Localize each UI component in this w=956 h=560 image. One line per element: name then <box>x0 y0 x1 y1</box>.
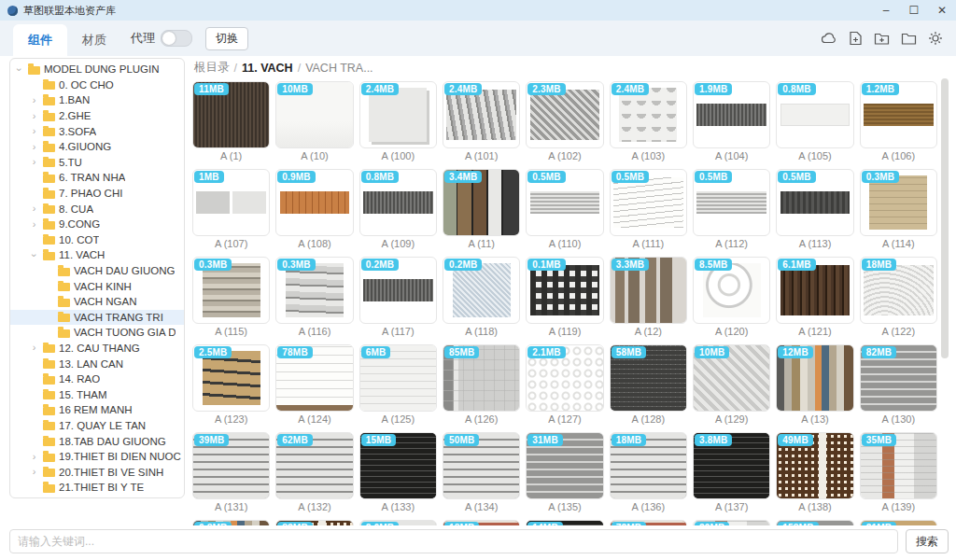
asset-thumbnail[interactable]: 11MB <box>192 81 270 148</box>
asset-thumbnail[interactable]: 1.2MB <box>860 81 937 148</box>
tree-item[interactable]: 0. OC CHO <box>10 77 184 93</box>
settings-icon[interactable] <box>928 31 943 46</box>
tree-item[interactable]: 15. THAM <box>10 386 184 402</box>
asset-thumbnail[interactable]: 2.4MB <box>443 81 520 148</box>
chevron-right-icon[interactable]: › <box>29 126 39 136</box>
asset-thumbnail[interactable]: 35MB <box>860 432 937 499</box>
asset-thumbnail[interactable]: 3.3MB <box>610 257 687 324</box>
asset-item[interactable]: 62MBA (132) <box>275 432 353 514</box>
asset-item[interactable]: 2.1MBA (127) <box>526 344 603 427</box>
asset-item[interactable]: 3.8MBA (137) <box>693 432 770 514</box>
asset-item[interactable]: 3.4MBA (11) <box>443 169 520 251</box>
tree-item[interactable]: VACH TRANG TRI <box>10 310 184 326</box>
asset-thumbnail[interactable]: 0.8MB <box>776 81 853 148</box>
asset-thumbnail[interactable]: 2.1MB <box>526 344 603 412</box>
asset-item[interactable]: 0.3MBA (115) <box>192 257 270 339</box>
asset-item[interactable]: 0.5MBA (112) <box>693 169 770 251</box>
asset-item[interactable]: 0.5MBA (113) <box>776 169 853 251</box>
asset-item[interactable]: 0.8MBA (109) <box>359 169 437 251</box>
asset-thumbnail[interactable]: 18MB <box>860 257 937 324</box>
tree-item[interactable]: ›1.BAN <box>10 92 184 108</box>
asset-thumbnail[interactable]: 31MB <box>860 520 937 525</box>
asset-thumbnail[interactable]: 18MB <box>610 432 687 499</box>
chevron-right-icon[interactable]: › <box>29 219 39 230</box>
asset-item[interactable]: 0.2MBA (118) <box>443 257 520 339</box>
asset-item[interactable]: 39MBA (131) <box>192 432 270 514</box>
asset-thumbnail[interactable]: 2.6MB <box>359 520 437 525</box>
asset-thumbnail[interactable]: 3.4MB <box>443 169 520 236</box>
tree-item[interactable]: 17. QUAY LE TAN <box>10 418 184 434</box>
tree-item[interactable]: 21.THIET BI Y TE <box>10 480 184 496</box>
asset-item[interactable]: 0.8MB <box>192 520 270 525</box>
tree-item[interactable]: ›19.THIET BI DIEN NUOC <box>10 449 184 465</box>
asset-item[interactable]: 18MB <box>443 520 520 525</box>
asset-item[interactable]: 12MBA (13) <box>776 344 853 427</box>
minimize-button[interactable]: – <box>872 0 900 21</box>
tree-item[interactable]: ›9.CONG <box>10 217 184 232</box>
tab-components[interactable]: 组件 <box>13 24 67 56</box>
tree-item[interactable]: VACH DAU GIUONG <box>10 263 184 279</box>
asset-thumbnail[interactable]: 2.3MB <box>526 81 603 148</box>
chevron-down-icon[interactable]: › <box>14 64 24 75</box>
asset-item[interactable]: 6.1MBA (121) <box>776 257 853 339</box>
tree-item[interactable]: VACH TUONG GIA D <box>10 325 184 341</box>
asset-thumbnail[interactable]: 0.2MB <box>443 257 520 324</box>
asset-thumbnail[interactable]: 14MB <box>526 520 603 525</box>
asset-thumbnail[interactable]: 1MB <box>192 169 270 236</box>
asset-thumbnail[interactable]: 3.8MB <box>693 432 770 499</box>
asset-thumbnail[interactable]: 2.4MB <box>610 81 687 148</box>
asset-item[interactable]: 8.5MBA (120) <box>693 257 770 339</box>
asset-item[interactable]: 2.4MBA (103) <box>610 81 687 163</box>
chevron-right-icon[interactable]: › <box>29 203 39 214</box>
asset-thumbnail[interactable]: 6.1MB <box>776 257 853 324</box>
switch-button[interactable]: 切换 <box>205 27 248 50</box>
asset-thumbnail[interactable]: 58MB <box>610 344 687 412</box>
search-input[interactable] <box>9 529 898 553</box>
asset-item[interactable]: 1MBA (107) <box>192 169 270 251</box>
asset-item[interactable]: 39MB <box>693 520 770 525</box>
asset-thumbnail[interactable]: 8.5MB <box>693 257 770 324</box>
asset-thumbnail[interactable]: 6MB <box>359 344 437 412</box>
asset-item[interactable]: 72MB <box>610 520 687 525</box>
asset-item[interactable]: 18MBA (136) <box>610 432 687 514</box>
vertical-scrollbar[interactable] <box>941 78 949 358</box>
asset-item[interactable]: 50MBA (134) <box>443 432 520 514</box>
asset-item[interactable]: 18MBA (122) <box>860 257 937 339</box>
asset-thumbnail[interactable]: 0.5MB <box>776 169 853 236</box>
chevron-right-icon[interactable]: › <box>29 467 39 477</box>
breadcrumb-subfolder[interactable]: VACH TRA... <box>305 62 373 75</box>
asset-item[interactable]: 1.9MBA (104) <box>693 81 770 163</box>
file-add-icon[interactable] <box>849 31 863 46</box>
tree-item[interactable]: ›3.SOFA <box>10 123 184 139</box>
asset-thumbnail[interactable]: 39MB <box>192 432 270 499</box>
asset-item[interactable]: 2.4MBA (100) <box>359 81 437 163</box>
asset-item[interactable]: 3.3MBA (12) <box>610 257 687 339</box>
asset-item[interactable]: 0.2MBA (117) <box>359 257 437 339</box>
asset-thumbnail[interactable]: 1.9MB <box>693 81 770 148</box>
tree-item[interactable]: ›4.GIUONG <box>10 139 184 155</box>
tree-item[interactable]: 14. RAO <box>10 371 184 387</box>
asset-thumbnail[interactable]: 158MB <box>776 520 853 525</box>
asset-item[interactable]: 31MB <box>860 520 937 525</box>
asset-thumbnail[interactable]: 50MB <box>443 432 520 499</box>
tab-materials[interactable]: 材质 <box>67 24 121 56</box>
asset-item[interactable]: 2.6MB <box>359 520 437 525</box>
tree-item[interactable]: 13. LAN CAN <box>10 356 184 371</box>
asset-item[interactable]: 10MBA (10) <box>275 81 353 163</box>
asset-item[interactable]: 10MBA (129) <box>693 344 770 427</box>
tree-item[interactable]: 6. TRAN NHA <box>10 170 184 186</box>
asset-thumbnail[interactable]: 10MB <box>693 344 770 412</box>
asset-item[interactable]: 35MBA (139) <box>860 432 937 514</box>
chevron-right-icon[interactable]: › <box>29 452 39 462</box>
tree-item[interactable]: ›5.TU <box>10 155 184 171</box>
asset-thumbnail[interactable]: 39MB <box>693 520 770 525</box>
asset-item[interactable]: 2.3MBA (102) <box>526 81 603 163</box>
tree-item[interactable]: 10. COT <box>10 232 184 248</box>
tree-item[interactable]: VACH NGAN <box>10 294 184 310</box>
asset-item[interactable]: 0.1MBA (119) <box>526 257 603 339</box>
close-button[interactable]: ✕ <box>928 0 956 21</box>
chevron-right-icon[interactable]: › <box>29 157 39 167</box>
asset-item[interactable]: 1.2MBA (106) <box>860 81 937 163</box>
asset-item[interactable]: 0.3MBA (114) <box>860 169 937 251</box>
asset-item[interactable]: 49MBA (138) <box>776 432 853 514</box>
